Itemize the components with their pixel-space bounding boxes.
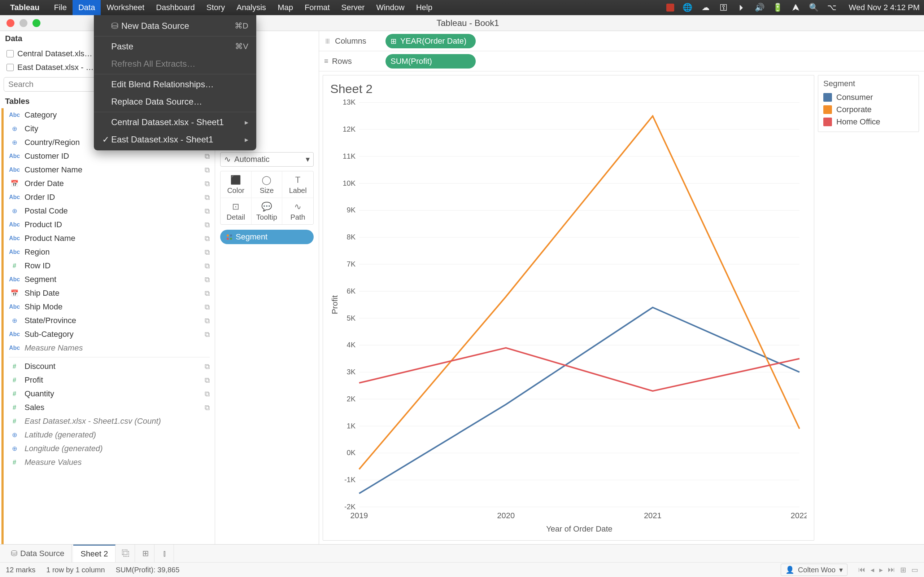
grid-icon[interactable]: ⊞ <box>900 566 906 574</box>
plus-icon: ⊞ <box>391 37 397 45</box>
prev-icon[interactable]: ◂ <box>871 566 874 574</box>
field-item[interactable]: 📅Order Date⧉ <box>3 177 215 190</box>
zoom-icon[interactable] <box>32 19 40 27</box>
new-dashboard-button[interactable]: ⊞ <box>136 545 155 562</box>
color-shelf-pill[interactable]: Segment <box>220 230 313 244</box>
field-item[interactable]: #Sales⧉ <box>3 401 215 414</box>
menubar-clock[interactable]: Wed Nov 2 4:12 PM <box>849 3 920 12</box>
field-item[interactable]: ⊕Postal Code⧉ <box>3 204 215 218</box>
status-bar: 12 marks 1 row by 1 column SUM(Profit): … <box>0 562 924 577</box>
legend-swatch <box>823 93 832 102</box>
field-item[interactable]: #Measure Values <box>3 456 215 469</box>
field-item[interactable]: AbcRegion⧉ <box>3 245 215 259</box>
new-story-button[interactable]: ⫿ <box>156 545 174 562</box>
menu-dashboard[interactable]: Dashboard <box>150 0 201 15</box>
volume-icon[interactable]: 🔊 <box>755 3 764 12</box>
new-worksheet-button[interactable]: ⿻ <box>117 545 135 562</box>
menu-item[interactable]: ⛁New Data Source⌘D <box>94 17 256 35</box>
size-icon: ◯ <box>262 175 271 185</box>
chart-plot[interactable]: -2K-1K0K1K2K3K4K5K6K7K8K9K10K11K12K13K20… <box>330 99 807 537</box>
menu-worksheet[interactable]: Worksheet <box>101 0 150 15</box>
rows-shelf[interactable]: ≡Rows SUM(Profit) <box>319 51 924 71</box>
field-item[interactable]: ⊕Latitude (generated) <box>3 428 215 442</box>
tab-data-source[interactable]: ⛁Data Source <box>3 545 72 562</box>
search-icon[interactable]: 🔍 <box>809 3 819 12</box>
menu-item[interactable]: Central Dataset.xlsx - Sheet1▸ <box>94 114 256 131</box>
close-icon[interactable] <box>6 19 15 27</box>
link-icon: ⧉ <box>205 330 210 338</box>
field-item[interactable]: AbcOrder ID⧉ <box>3 190 215 204</box>
present-icon[interactable]: ▭ <box>911 566 918 574</box>
field-item[interactable]: AbcSegment⧉ <box>3 272 215 286</box>
menu-item[interactable]: ✓East Dataset.xlsx - Sheet1▸ <box>94 131 256 148</box>
legend-item[interactable]: Corporate <box>823 103 914 116</box>
legend-panel[interactable]: Segment ConsumerCorporateHome Office <box>818 75 919 132</box>
mark-size[interactable]: ◯Size <box>252 171 283 198</box>
field-item[interactable]: AbcCustomer Name⧉ <box>3 163 215 177</box>
menu-map[interactable]: Map <box>272 0 299 15</box>
field-item[interactable]: AbcCustomer ID⧉ <box>3 149 215 163</box>
mark-tooltip[interactable]: 💬Tooltip <box>252 198 283 224</box>
menu-window[interactable]: Window <box>370 0 410 15</box>
field-item[interactable]: #Profit⧉ <box>3 373 215 387</box>
globe-icon[interactable]: 🌐 <box>683 3 692 12</box>
menu-item[interactable]: Paste⌘V <box>94 38 256 55</box>
field-item[interactable]: #Row ID⧉ <box>3 259 215 272</box>
cloud-icon[interactable]: ☁ <box>701 3 710 12</box>
link-icon: ⧉ <box>205 207 210 215</box>
minimize-icon[interactable] <box>19 19 27 27</box>
columns-shelf[interactable]: ⫼Columns ⊞ YEAR(Order Date) <box>319 31 924 51</box>
field-item[interactable]: AbcShip Mode⧉ <box>3 300 215 314</box>
menu-item[interactable]: Edit Blend Relationships… <box>94 76 256 93</box>
menu-file[interactable]: File <box>48 0 73 15</box>
legend-title: Segment <box>823 79 914 89</box>
field-item[interactable]: AbcProduct ID⧉ <box>3 218 215 232</box>
svg-text:7K: 7K <box>347 260 356 268</box>
tab-sheet-2[interactable]: Sheet 2 <box>73 545 115 562</box>
status-sum: SUM(Profit): 39,865 <box>116 566 180 574</box>
menu-format[interactable]: Format <box>299 0 336 15</box>
menu-server[interactable]: Server <box>336 0 371 15</box>
status-square-red[interactable] <box>666 3 674 11</box>
menu-analysis[interactable]: Analysis <box>231 0 272 15</box>
rows-pill[interactable]: SUM(Profit) <box>386 54 476 69</box>
next-icon[interactable]: ▸ <box>879 566 883 574</box>
field-item[interactable]: ⊕Longitude (generated) <box>3 442 215 456</box>
control-center-icon[interactable]: ⌥ <box>827 3 837 12</box>
columns-pill[interactable]: ⊞ YEAR(Order Date) <box>386 34 476 48</box>
user-dropdown[interactable]: 👤 Colten Woo ▾ <box>781 564 848 576</box>
sheet-title[interactable]: Sheet 2 <box>330 82 807 96</box>
key-icon[interactable]: ⚿ <box>719 3 729 12</box>
field-item[interactable]: #Discount⧉ <box>3 359 215 373</box>
mark-label[interactable]: TLabel <box>282 171 313 198</box>
mark-type-dropdown[interactable]: ∿Automatic ▾ <box>220 152 313 167</box>
chevron-right-icon: ▸ <box>245 135 248 144</box>
menu-story[interactable]: Story <box>201 0 231 15</box>
menu-help[interactable]: Help <box>410 0 438 15</box>
mark-detail[interactable]: ⊡Detail <box>221 198 252 224</box>
field-item[interactable]: ⊕State/Province⧉ <box>3 314 215 327</box>
svg-text:11K: 11K <box>342 152 355 160</box>
bottom-bar: ⛁Data Source Sheet 2 ⿻ ⊞ ⫿ 12 marks 1 ro… <box>0 544 924 577</box>
play-icon[interactable]: ⏵ <box>737 3 746 12</box>
legend-item[interactable]: Home Office <box>823 116 914 128</box>
mark-color[interactable]: ⬛Color <box>221 171 252 198</box>
battery-icon[interactable]: 🔋 <box>773 3 782 12</box>
field-item[interactable]: #East Dataset.xlsx - Sheet1.csv (Count) <box>3 414 215 428</box>
field-item[interactable]: #Quantity⧉ <box>3 387 215 401</box>
legend-item[interactable]: Consumer <box>823 91 914 103</box>
menu-data[interactable]: Data <box>73 0 101 15</box>
wifi-icon[interactable]: ⮝ <box>791 3 801 12</box>
svg-text:13K: 13K <box>342 99 355 106</box>
last-icon[interactable]: ⏭ <box>888 566 895 574</box>
field-item[interactable]: AbcSub-Category⧉ <box>3 327 215 341</box>
menu-item[interactable]: Replace Data Source… <box>94 93 256 110</box>
first-icon[interactable]: ⏮ <box>858 566 866 574</box>
svg-text:2020: 2020 <box>497 511 515 520</box>
field-item[interactable]: AbcProduct Name⧉ <box>3 232 215 245</box>
app-name[interactable]: Tableau <box>10 3 40 12</box>
field-item[interactable]: 📅Ship Date⧉ <box>3 286 215 300</box>
svg-text:2022: 2022 <box>791 511 807 520</box>
field-item[interactable]: AbcMeasure Names <box>3 341 215 355</box>
mark-path[interactable]: ∿Path <box>282 198 313 224</box>
